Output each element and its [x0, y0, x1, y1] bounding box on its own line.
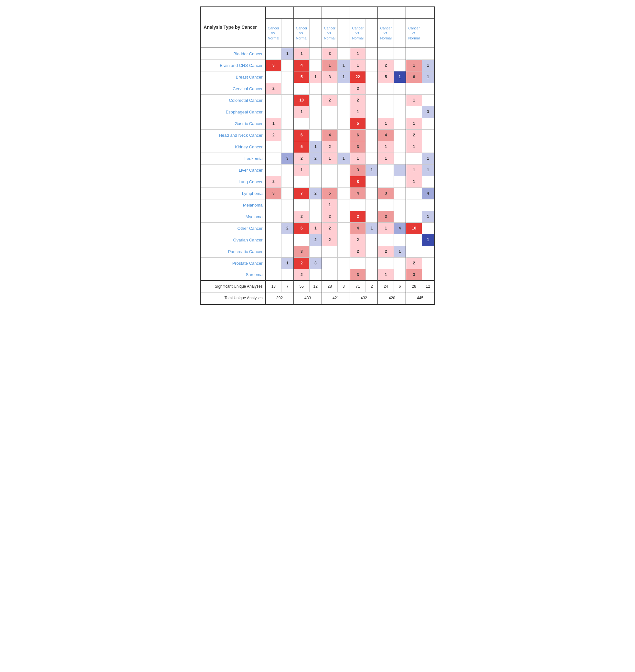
- data-cell: [366, 269, 378, 281]
- data-cell: [294, 176, 310, 188]
- table-row: Breast Cancer5131225161: [201, 71, 434, 83]
- cancer-label: Kidney Cancer: [201, 141, 266, 153]
- data-cell: 1: [294, 164, 310, 176]
- data-cell: [378, 176, 394, 188]
- data-cell: 5: [294, 71, 310, 83]
- data-cell: [294, 83, 310, 94]
- data-cell: [322, 176, 338, 188]
- table-row: Leukemia32211111: [201, 153, 434, 164]
- data-cell: [378, 199, 394, 211]
- data-cell: [282, 118, 294, 129]
- table-row: Head and Neck Cancer264642: [201, 129, 434, 141]
- table-row: Brain and CNS Cancer34111211: [201, 60, 434, 71]
- data-cell: 2: [350, 211, 366, 222]
- data-cell: [310, 118, 322, 129]
- data-cell: [422, 246, 434, 257]
- cancer-label: Melanoma: [201, 199, 266, 211]
- significant-value: 7: [282, 281, 294, 292]
- data-cell: [266, 164, 282, 176]
- table-row: Melanoma1: [201, 199, 434, 211]
- data-cell: 3: [266, 60, 282, 71]
- data-cell: [266, 141, 282, 153]
- data-cell: 1: [282, 48, 294, 60]
- cancer-label: Breast Cancer: [201, 71, 266, 83]
- data-cell: [322, 257, 338, 269]
- table-row: Prostate Cancer1232: [201, 257, 434, 269]
- data-cell: 10: [294, 94, 310, 106]
- data-cell: [338, 94, 350, 106]
- psmc3-sub1: Cancervs.Normal: [322, 19, 338, 48]
- data-cell: 2: [350, 94, 366, 106]
- data-cell: [394, 83, 406, 94]
- significant-value: 28: [322, 281, 338, 292]
- psmc1-header: [266, 7, 294, 19]
- data-cell: [394, 118, 406, 129]
- data-cell: 1: [338, 71, 350, 83]
- psmc3-header: [322, 7, 350, 19]
- total-value: 433: [294, 292, 322, 304]
- data-cell: [394, 234, 406, 246]
- data-cell: 2: [294, 257, 310, 269]
- data-cell: [366, 83, 378, 94]
- data-cell: [282, 269, 294, 281]
- data-cell: [422, 83, 434, 94]
- data-cell: [422, 48, 434, 60]
- psmc4-header: [350, 7, 378, 19]
- data-cell: [294, 118, 310, 129]
- data-cell: 1: [378, 118, 394, 129]
- data-cell: 3: [294, 246, 310, 257]
- data-cell: 5: [322, 188, 338, 199]
- data-cell: [338, 257, 350, 269]
- data-cell: 2: [350, 246, 366, 257]
- data-cell: 1: [422, 153, 434, 164]
- significant-value: 2: [366, 281, 378, 292]
- data-cell: [282, 246, 294, 257]
- table-row: Other Cancer2612411410: [201, 222, 434, 234]
- data-cell: [294, 234, 310, 246]
- data-cell: [338, 188, 350, 199]
- data-cell: 1: [406, 164, 422, 176]
- total-value: 432: [350, 292, 378, 304]
- data-cell: [366, 199, 378, 211]
- data-cell: 4: [422, 188, 434, 199]
- data-cell: [322, 164, 338, 176]
- data-cell: [338, 176, 350, 188]
- data-cell: 1: [394, 71, 406, 83]
- data-cell: 1: [282, 257, 294, 269]
- data-cell: 1: [350, 48, 366, 60]
- data-cell: [310, 106, 322, 118]
- data-cell: [338, 118, 350, 129]
- data-cell: [338, 141, 350, 153]
- data-cell: [266, 106, 282, 118]
- data-cell: 2: [266, 83, 282, 94]
- data-cell: [350, 199, 366, 211]
- data-cell: [282, 211, 294, 222]
- data-cell: [282, 129, 294, 141]
- data-cell: [422, 176, 434, 188]
- data-cell: [338, 269, 350, 281]
- data-cell: 2: [310, 234, 322, 246]
- data-cell: [310, 164, 322, 176]
- data-cell: [338, 234, 350, 246]
- data-cell: 3: [406, 269, 422, 281]
- data-cell: [310, 60, 322, 71]
- data-cell: 5: [294, 141, 310, 153]
- data-cell: 2: [322, 222, 338, 234]
- significant-value: 12: [422, 281, 434, 292]
- data-cell: 4: [378, 129, 394, 141]
- data-cell: 1: [338, 153, 350, 164]
- data-cell: [394, 129, 406, 141]
- psmc1-sub2: [282, 19, 294, 48]
- data-cell: 1: [322, 199, 338, 211]
- data-cell: 1: [294, 48, 310, 60]
- data-cell: 4: [322, 129, 338, 141]
- psmc1-sub1: Cancervs.Normal: [266, 19, 282, 48]
- cancer-label: Colorectal Cancer: [201, 94, 266, 106]
- psmc5-sub1: Cancervs.Normal: [378, 19, 394, 48]
- data-cell: [338, 222, 350, 234]
- data-cell: [394, 48, 406, 60]
- data-cell: 1: [350, 106, 366, 118]
- data-cell: 1: [310, 71, 322, 83]
- table-row: Sarcoma2313: [201, 269, 434, 281]
- cancer-label: Leukemia: [201, 153, 266, 164]
